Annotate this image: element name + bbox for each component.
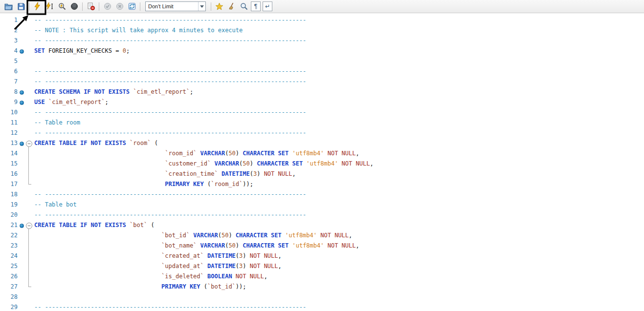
code-text: `updated_at` DATETIME(3) NOT NULL, [34, 261, 282, 271]
rollback-icon [116, 2, 124, 10]
marker-gutter [18, 210, 25, 220]
line-number: 4 [0, 46, 18, 56]
line-number: 15 [0, 159, 18, 169]
execute-script-button[interactable] [32, 1, 43, 12]
limit-rows-dropdown[interactable]: Don't Limit [145, 1, 206, 11]
fold-gutter [25, 118, 34, 128]
code-line[interactable]: 6-- ------------------------------------… [0, 66, 644, 77]
fold-toggle[interactable] [25, 138, 34, 148]
code-text: -- Table room [34, 118, 80, 128]
code-line[interactable]: 5 [0, 56, 644, 66]
sql-code-editor[interactable]: 1-- ------------------------------------… [0, 13, 644, 311]
line-number: 18 [0, 189, 18, 200]
code-line[interactable]: 26 `is_deleted` BOOLEAN NOT NULL, [0, 271, 644, 282]
stop-query-button[interactable] [68, 1, 80, 12]
fold-gutter [25, 46, 34, 56]
line-number: 3 [0, 36, 18, 46]
code-line[interactable]: 7-- ------------------------------------… [0, 77, 644, 87]
autocommit-icon [128, 2, 136, 10]
line-number: 8 [0, 87, 18, 97]
code-line[interactable]: 11-- Table room [0, 118, 644, 128]
code-line[interactable]: 23 `bot_name` VARCHAR(50) CHARACTER SET … [0, 241, 644, 251]
code-text: PRIMARY KEY (`room_id`)); [34, 179, 253, 189]
code-text: `customer_id` VARCHAR(50) CHARACTER SET … [34, 159, 374, 169]
fold-gutter [25, 25, 34, 36]
code-text: `room_id` VARCHAR(50) CHARACTER SET 'utf… [34, 148, 359, 159]
code-line[interactable]: 13CREATE TABLE IF NOT EXISTS `room` ( [0, 138, 644, 148]
stop-on-error-toggle[interactable] [85, 1, 96, 12]
code-line[interactable]: 21CREATE TABLE IF NOT EXISTS `bot` ( [0, 220, 644, 230]
marker-gutter [18, 200, 25, 210]
line-number: 5 [0, 56, 18, 66]
code-line[interactable]: 29-- -----------------------------------… [0, 302, 644, 311]
marker-gutter [18, 118, 25, 128]
lightning-cursor-icon [46, 2, 54, 10]
code-text: -- NOTE : This script will take approx 4… [34, 25, 243, 36]
fold-gutter [25, 241, 34, 251]
code-text: `bot_name` VARCHAR(50) CHARACTER SET 'ut… [34, 241, 359, 251]
open-script-button[interactable] [3, 1, 14, 12]
fold-gutter [25, 210, 34, 220]
code-text: `bot_id` VARCHAR(50) CHARACTER SET 'utf8… [34, 230, 352, 241]
wrap-text-toggle[interactable]: ↵ [263, 1, 272, 11]
code-line[interactable]: 12-- -----------------------------------… [0, 128, 644, 138]
line-number: 11 [0, 118, 18, 128]
code-line[interactable]: 1-- ------------------------------------… [0, 15, 644, 25]
execute-current-statement-button[interactable] [44, 1, 55, 12]
save-icon [17, 2, 25, 10]
commit-button[interactable] [102, 1, 113, 12]
toolbar-separator [140, 2, 140, 11]
marker-gutter [18, 271, 25, 282]
code-line[interactable]: 28 [0, 292, 644, 302]
marker-gutter [18, 251, 25, 261]
marker-gutter [18, 292, 25, 302]
code-line[interactable]: 14 `room_id` VARCHAR(50) CHARACTER SET '… [0, 148, 644, 159]
marker-gutter [18, 15, 25, 25]
code-line[interactable]: 3-- ------------------------------------… [0, 36, 644, 46]
code-line[interactable]: 8CREATE SCHEMA IF NOT EXISTS `cim_etl_re… [0, 87, 644, 97]
code-line[interactable]: 25 `updated_at` DATETIME(3) NOT NULL, [0, 261, 644, 271]
code-line[interactable]: 17 PRIMARY KEY (`room_id`)); [0, 179, 644, 189]
code-line[interactable]: 9USE `cim_etl_report`; [0, 97, 644, 107]
fold-gutter [25, 189, 34, 200]
code-line[interactable]: 24 `created_at` DATETIME(3) NOT NULL, [0, 251, 644, 261]
code-text: USE `cim_etl_report`; [34, 97, 109, 107]
save-script-button[interactable] [15, 1, 26, 12]
marker-gutter [18, 169, 25, 179]
fold-gutter [25, 66, 34, 77]
stop-icon [70, 2, 78, 10]
toolbar-separator [211, 2, 211, 11]
marker-gutter [18, 159, 25, 169]
code-line[interactable]: 19-- Table bot [0, 200, 644, 210]
fold-gutter [25, 128, 34, 138]
fold-gutter [25, 56, 34, 66]
invisible-chars-toggle[interactable]: ¶ [251, 1, 261, 11]
code-line[interactable]: 4SET FOREIGN_KEY_CHECKS = 0; [0, 46, 644, 56]
wrap-icon: ↵ [265, 3, 270, 10]
fold-gutter [25, 292, 34, 302]
cleanup-button[interactable] [226, 1, 237, 12]
code-text: `creation_time` DATETIME(3) NOT NULL, [34, 169, 296, 179]
fold-gutter [25, 179, 34, 189]
code-line[interactable]: 15 `customer_id` VARCHAR(50) CHARACTER S… [0, 159, 644, 169]
explain-plan-button[interactable] [56, 1, 67, 12]
find-button[interactable] [238, 1, 249, 12]
limit-rows-value: Don't Limit [146, 3, 198, 9]
code-line[interactable]: 2-- NOTE : This script will take approx … [0, 25, 644, 36]
autocommit-toggle[interactable] [126, 1, 137, 12]
code-line[interactable]: 22 `bot_id` VARCHAR(50) CHARACTER SET 'u… [0, 230, 644, 241]
line-number: 28 [0, 292, 18, 302]
fold-toggle[interactable] [25, 220, 34, 230]
code-text: -- -------------------------------------… [34, 128, 306, 138]
fold-gutter [25, 77, 34, 87]
line-number: 17 [0, 179, 18, 189]
code-line[interactable]: 18-- -----------------------------------… [0, 189, 644, 200]
code-line[interactable]: 16 `creation_time` DATETIME(3) NOT NULL, [0, 169, 644, 179]
line-number: 13 [0, 138, 18, 148]
code-line[interactable]: 20-- -----------------------------------… [0, 210, 644, 220]
code-line[interactable]: 10-- -----------------------------------… [0, 107, 644, 118]
rollback-button[interactable] [114, 1, 125, 12]
magnifier-icon [240, 2, 248, 10]
beautify-script-button[interactable] [214, 1, 225, 12]
code-line[interactable]: 27 PRIMARY KEY (`bot_id`)); [0, 282, 644, 292]
